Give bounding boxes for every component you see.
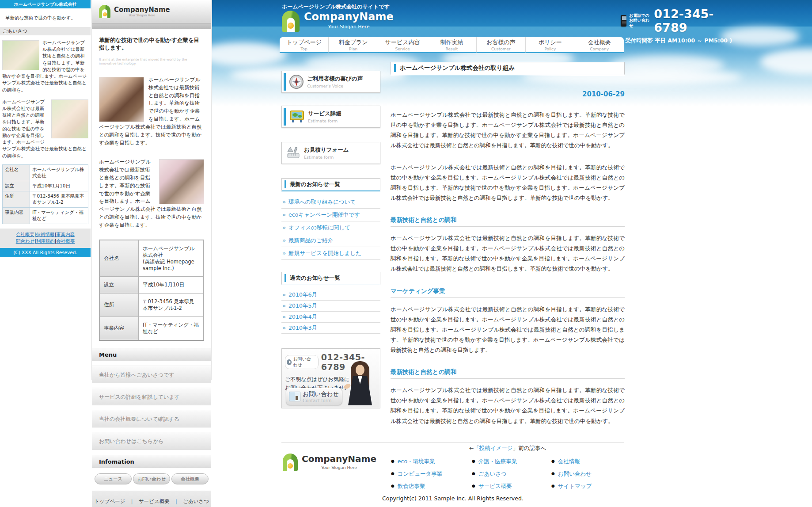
archive-link-list: »2010年6月 »2010年5月 »2010年4月 »2010年3月 — [281, 290, 380, 334]
chevron-bullet-icon: » — [282, 250, 286, 256]
menu-item[interactable]: お問い合わせはこちらから — [92, 432, 211, 450]
archive-link[interactable]: »2010年4月 — [281, 312, 380, 323]
nav-tab-plan[interactable]: 料金プランPlan — [329, 37, 378, 53]
arrow-circle-icon — [287, 359, 292, 365]
footer-link[interactable]: ●飲食店事業 — [391, 483, 468, 490]
news-link[interactable]: »環境への取り組みについて — [281, 196, 380, 209]
archive-link[interactable]: »2010年3月 — [281, 323, 380, 334]
bullet-icon: ● — [551, 459, 555, 463]
main-site-logo[interactable]: CompanyName Your Slogan Here — [282, 11, 394, 32]
map-icon — [289, 110, 305, 124]
left-site-greeting-header: ごあいさつ — [0, 27, 91, 35]
information-section-header: Infomation — [92, 455, 211, 468]
footer-link[interactable]: サービス概要 — [139, 498, 170, 504]
chevron-bullet-icon: » — [282, 224, 286, 231]
chevron-bullet-icon: » — [282, 302, 286, 309]
contact-banner: お問い合わせ 012-345-6789 ご不明な点はぜひお気軽に お問い合わせ下… — [281, 348, 380, 408]
footer-link[interactable]: 会社概要 — [56, 238, 75, 244]
article-title-bar: ホームページサンプル株式会社の取り組み — [391, 62, 625, 75]
footer-link[interactable]: ごあいさつ — [183, 498, 209, 504]
table-label: 設立 — [100, 276, 139, 293]
menu-item[interactable]: サービスの詳細を解説しています — [92, 388, 211, 405]
table-label: 事業内容 — [100, 316, 139, 340]
chevron-bullet-icon: » — [282, 211, 286, 218]
archive-link[interactable]: »2010年6月 — [281, 290, 380, 301]
bullet-icon: ● — [472, 471, 475, 476]
company-info-table-wrap: 会社名 ホームページサンプル株式会社(英語表記 Homepage sample … — [99, 240, 204, 341]
contact-form-button[interactable]: お問い合わせ Contact form — [286, 388, 342, 405]
nav-tab-customer[interactable]: お客様の声Customer — [477, 37, 526, 53]
drafting-tools-icon — [286, 145, 301, 160]
accent-bar — [284, 73, 286, 91]
footer-link[interactable]: 事業内容 — [56, 232, 75, 237]
phone-hours: ( 受付時間帯 平日 AM10:00 ～ PM5:00 ) — [621, 37, 736, 45]
mid-site-footer-links: トップページ ｜ サービス概要 ｜ ごあいさつ — [92, 491, 211, 507]
menu-item[interactable]: 当社の会社概要について確認する — [92, 410, 211, 427]
nav-tab-result[interactable]: 制作実績Result — [427, 37, 476, 53]
news-link[interactable]: »最新商品のご紹介 — [281, 234, 380, 247]
article-paragraph: ホームページサンプル株式会社では最新技術と自然との調和を目指します。革新的な技術… — [391, 385, 625, 426]
nav-tab-policy[interactable]: ポリシーPolicy — [526, 37, 575, 53]
link-separator: ｜ — [129, 498, 134, 504]
customer-voice-button[interactable]: ご利用者様の喜びの声 Customer's Voice — [281, 71, 380, 93]
woman-photo — [51, 99, 88, 138]
company-logo-icon — [99, 5, 110, 18]
bullet-icon: ● — [472, 484, 475, 488]
company-profile-button[interactable]: 会社概要 — [171, 473, 209, 484]
hero-headline: 革新的な技術で世の中を動かす企業を目指します。 — [99, 37, 204, 52]
article-paragraph: ホームページサンプル株式会社では最新技術と自然との調和を目指します。革新的な技術… — [391, 162, 625, 203]
footer-link[interactable]: ●サービス概要 — [472, 483, 549, 490]
mid-site-panel: CompanyName Your Slogan Here 革新的な技術で世の中を… — [91, 0, 212, 380]
chevron-bullet-icon: » — [282, 324, 286, 331]
footer-link[interactable]: ●コンピュータ事業 — [391, 470, 468, 478]
table-label: 会社名 — [100, 240, 139, 276]
footer-link[interactable]: 会社概要 — [16, 232, 34, 237]
company-info-table: 会社名 ホームページサンプル株式会社(英語表記 Homepage sample … — [99, 240, 204, 340]
service-detail-button[interactable]: サービス詳細 Estimate form — [281, 106, 380, 128]
previous-article-nav: ←「投稿イメージ」前の記事へ — [391, 445, 625, 452]
contact-button[interactable]: お問い合わせ — [133, 473, 170, 484]
chevron-bullet-icon: » — [282, 313, 286, 320]
table-row: 住所 〒012-3456 見本県見本市サンプル1-2 — [100, 293, 204, 316]
main-site-panel: ホームページサンプル株式会社のサイトです CompanyName Your Sl… — [212, 0, 812, 507]
company-logo-icon — [283, 454, 298, 471]
archive-link[interactable]: »2010年5月 — [281, 301, 380, 312]
article-paragraph: ホームページサンプル株式会社では最新技術と自然との調和を目指します。革新的な技術… — [391, 110, 625, 151]
footer-link[interactable]: ●eco・環境事業 — [391, 458, 468, 465]
compass-icon — [289, 74, 304, 89]
news-button[interactable]: ニュース — [95, 473, 132, 484]
mid-site-logo[interactable]: CompanyName Your Slogan Here — [114, 6, 170, 17]
footer-logo[interactable]: CompanyName Your Slogan Here — [283, 454, 376, 471]
main-site-sidebar: ご利用者様の喜びの声 Customer's Voice サービス詳細 Estim… — [281, 62, 380, 420]
estimate-form-button[interactable]: お見積りフォーム Estimate form — [281, 142, 380, 164]
news-link[interactable]: »新規サービスを開始しました — [281, 247, 380, 260]
news-link[interactable]: »オフィスの移転に関して — [281, 221, 380, 234]
footer-link[interactable]: トップページ — [94, 498, 125, 504]
table-label: 事業内容 — [3, 207, 30, 224]
article-paragraph: ホームページサンプル株式会社では最新技術と自然との調和を目指します。革新的な技術… — [391, 233, 625, 274]
news-list-header: 最新のお知らせ一覧 — [281, 178, 380, 191]
article-paragraph: ホームページサンプル株式会社では最新技術と自然との調和を目指します。革新的な技術… — [391, 304, 625, 355]
footer-link[interactable]: ●サイトマップ — [551, 483, 629, 490]
footer-link[interactable]: ●会社情報 — [551, 458, 629, 465]
left-site-panel: ホームページサンプル株式会社 革新的な技術で世の中を動かす。 ごあいさつ ホーム… — [0, 0, 91, 222]
footer-link[interactable]: ●お問い合わせ — [551, 470, 629, 478]
table-label: 会社名 — [3, 164, 30, 181]
footer-link[interactable]: ●ごあいさつ — [472, 470, 549, 478]
table-value: 〒012-3456 見本県見本市サンプル1-2 — [30, 191, 88, 207]
previous-article-link[interactable]: 投稿イメージ — [479, 445, 513, 451]
footer-link[interactable]: ●介護・医療事業 — [472, 458, 549, 465]
table-label: 住所 — [100, 293, 139, 316]
nav-tab-company[interactable]: 会社概要Company — [575, 37, 624, 53]
menu-item[interactable]: 当社から皆様へごあいさつです — [92, 366, 211, 383]
nav-tab-top[interactable]: トップページTop — [280, 37, 329, 53]
accent-bar — [394, 64, 396, 72]
nav-tab-service[interactable]: サービス内容Service — [378, 37, 427, 53]
phone-label: お電話での お問い合わせ — [629, 13, 650, 28]
footer-link[interactable]: 問合わせ — [16, 238, 35, 244]
footer-link[interactable]: 技術情報 — [36, 232, 55, 237]
company-info-table: 会社名 ホームページサンプル株式会社 設立 平成10年1月10日 住所 〒012… — [2, 164, 88, 224]
footer-link[interactable]: 利用規約 — [36, 238, 55, 244]
logo-slogan: Your Slogan Here — [114, 14, 170, 17]
news-link[interactable]: »ecoキャンペーン開催中です — [281, 209, 380, 221]
